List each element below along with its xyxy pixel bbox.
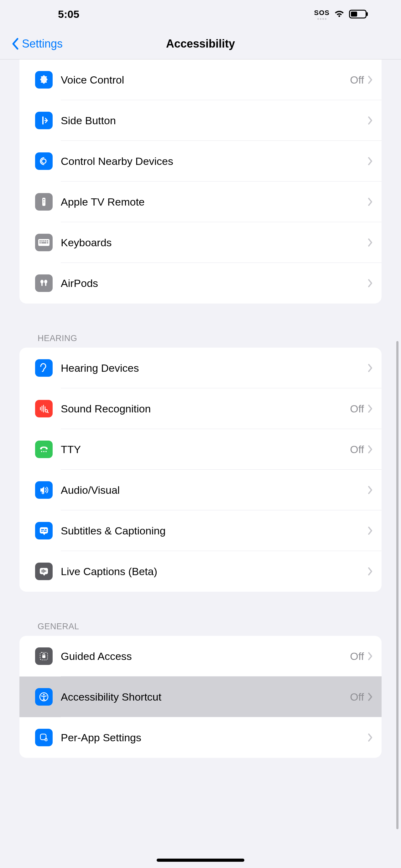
row-label: Side Button	[61, 115, 368, 127]
svg-rect-34	[44, 531, 47, 532]
chevron-right-icon	[368, 486, 373, 494]
wifi-icon	[334, 10, 345, 18]
row-hearing-devices[interactable]: Hearing Devices	[20, 348, 381, 388]
chevron-right-icon	[368, 116, 373, 125]
svg-rect-32	[45, 529, 47, 530]
chevron-right-icon	[368, 364, 373, 372]
chevron-right-icon	[368, 652, 373, 660]
voice-control-icon	[35, 71, 53, 89]
status-time: 5:05	[58, 8, 79, 20]
chevron-right-icon	[368, 404, 373, 413]
row-accessibility-shortcut[interactable]: Accessibility Shortcut Off	[20, 677, 381, 717]
svg-rect-41	[42, 655, 46, 658]
status-icons: SOS	[314, 9, 367, 20]
per-app-settings-icon	[35, 729, 53, 746]
svg-point-4	[44, 201, 44, 202]
row-label: Keyboards	[61, 237, 368, 249]
row-per-app-settings[interactable]: Per-App Settings	[20, 717, 381, 758]
chevron-right-icon	[368, 692, 373, 701]
row-control-nearby-devices[interactable]: Control Nearby Devices	[20, 141, 381, 182]
svg-rect-35	[40, 568, 48, 574]
svg-point-5	[44, 203, 44, 203]
chevron-right-icon	[368, 445, 373, 454]
status-bar: 5:05 SOS	[0, 0, 401, 28]
back-label: Settings	[22, 37, 63, 51]
row-label: Apple TV Remote	[61, 196, 368, 208]
row-live-captions[interactable]: Live Captions (Beta)	[20, 551, 381, 592]
chevron-right-icon	[368, 526, 373, 535]
sos-dots	[317, 18, 326, 20]
nav-bar: Settings Accessibility	[0, 28, 401, 59]
svg-point-26	[43, 451, 45, 452]
row-guided-access[interactable]: Guided Access Off	[20, 636, 381, 677]
section-header-general: GENERAL	[37, 622, 401, 631]
audio-visual-icon	[35, 481, 53, 499]
row-label: Accessibility Shortcut	[61, 691, 350, 703]
chevron-right-icon	[368, 733, 373, 742]
svg-point-27	[46, 451, 47, 452]
svg-rect-18	[45, 282, 46, 286]
row-subtitles-captioning[interactable]: Subtitles & Captioning	[20, 510, 381, 551]
group-hearing: Hearing Devices Sound Recognition Off TT…	[20, 348, 381, 592]
row-value: Off	[350, 74, 364, 86]
live-captions-icon	[35, 563, 53, 580]
svg-point-29	[42, 493, 43, 493]
svg-rect-13	[41, 242, 46, 243]
row-keyboards[interactable]: Keyboards	[20, 222, 381, 263]
svg-rect-16	[41, 282, 42, 286]
sound-recognition-icon	[35, 400, 53, 417]
svg-rect-11	[47, 240, 48, 242]
chevron-right-icon	[368, 157, 373, 165]
row-label: Live Captions (Beta)	[61, 565, 368, 578]
airpods-icon	[35, 274, 53, 292]
row-label: TTY	[61, 443, 350, 456]
chevron-left-icon	[11, 37, 19, 50]
row-label: Guided Access	[61, 650, 350, 662]
side-button-icon	[35, 112, 53, 129]
chevron-right-icon	[368, 567, 373, 576]
ear-icon	[35, 359, 53, 377]
row-label: Voice Control	[61, 74, 350, 86]
nearby-devices-icon	[35, 152, 53, 170]
back-button[interactable]: Settings	[11, 37, 63, 51]
svg-rect-14	[47, 242, 48, 243]
row-label: Control Nearby Devices	[61, 155, 368, 167]
svg-point-25	[41, 451, 42, 452]
scrollbar[interactable]	[396, 341, 399, 829]
chevron-right-icon	[368, 197, 373, 206]
chevron-right-icon	[368, 279, 373, 287]
svg-rect-31	[41, 529, 44, 530]
row-sound-recognition[interactable]: Sound Recognition Off	[20, 388, 381, 429]
row-label: Per-App Settings	[61, 732, 368, 744]
row-apple-tv-remote[interactable]: Apple TV Remote	[20, 182, 381, 222]
home-indicator[interactable]	[156, 859, 245, 862]
subtitles-icon	[35, 522, 53, 539]
row-label: AirPods	[61, 277, 368, 289]
row-value: Off	[350, 650, 364, 662]
row-audio-visual[interactable]: Audio/Visual	[20, 470, 381, 510]
svg-rect-30	[40, 527, 48, 533]
row-voice-control[interactable]: Voice Control Off	[20, 59, 381, 100]
guided-access-icon	[35, 647, 53, 665]
svg-rect-12	[39, 242, 41, 243]
svg-rect-8	[41, 240, 42, 242]
row-label: Subtitles & Captioning	[61, 525, 368, 537]
accessibility-icon	[35, 688, 53, 706]
svg-rect-7	[39, 240, 41, 242]
row-airpods[interactable]: AirPods	[20, 263, 381, 304]
row-value: Off	[350, 691, 364, 703]
svg-point-43	[43, 694, 45, 695]
chevron-right-icon	[368, 238, 373, 247]
group-physical: Voice Control Off Side Button Control Ne…	[20, 59, 381, 304]
chevron-right-icon	[368, 75, 373, 84]
svg-point-3	[43, 199, 45, 200]
keyboard-icon	[35, 234, 53, 251]
tty-icon	[35, 441, 53, 458]
row-side-button[interactable]: Side Button	[20, 100, 381, 141]
svg-rect-9	[43, 240, 45, 242]
sos-label: SOS	[314, 9, 330, 17]
cellular-sos: SOS	[314, 9, 330, 20]
row-tty[interactable]: TTY Off	[20, 429, 381, 470]
svg-line-24	[47, 412, 48, 413]
row-label: Audio/Visual	[61, 484, 368, 496]
